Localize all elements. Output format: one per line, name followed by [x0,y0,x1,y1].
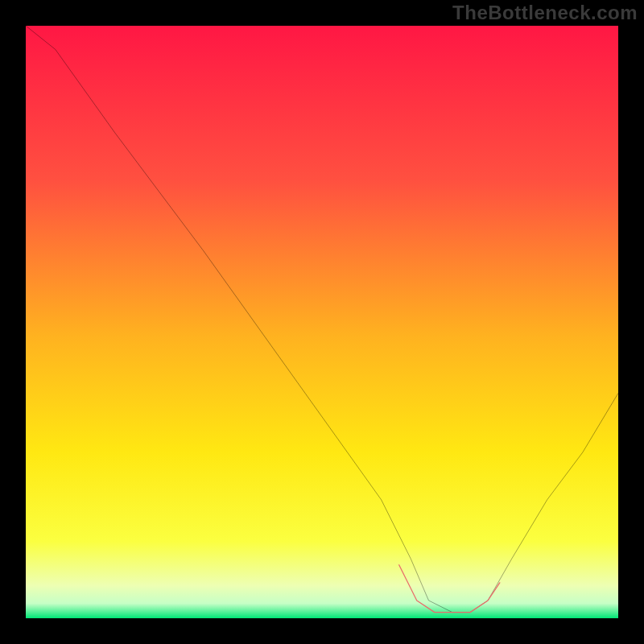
watermark-label: TheBottleneck.com [452,2,638,24]
chart-frame: TheBottleneck.com [0,0,644,644]
bottleneck-chart [26,26,618,618]
